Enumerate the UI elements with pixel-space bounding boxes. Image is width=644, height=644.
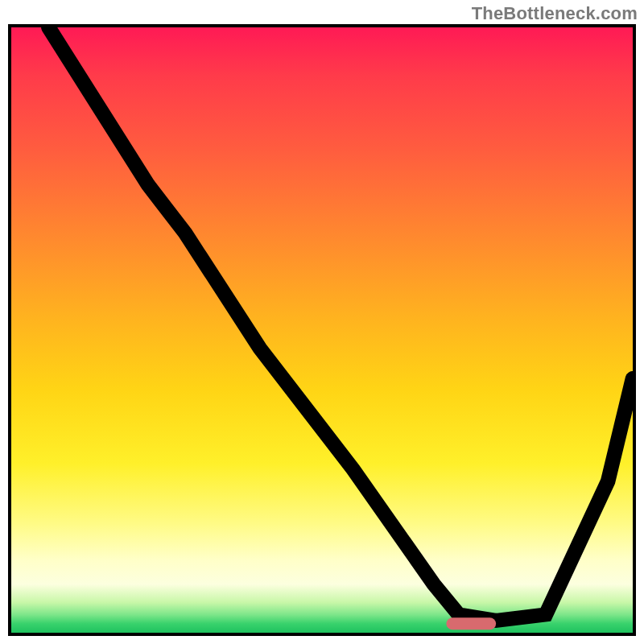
plot-area [8,24,636,636]
optimal-marker [446,617,496,630]
chart-container: TheBottleneck.com [0,0,644,644]
bottleneck-curve [48,27,633,621]
watermark-text: TheBottleneck.com [472,3,638,24]
curve-svg [11,27,633,633]
